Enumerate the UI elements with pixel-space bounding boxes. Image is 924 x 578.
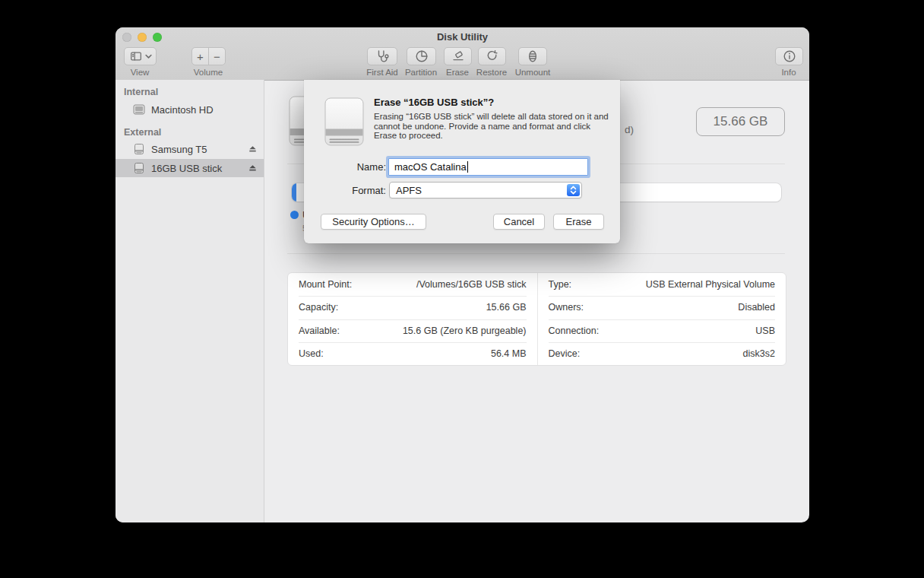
format-select-value: APFS — [396, 185, 422, 196]
sidebar-item-samsung-t5[interactable]: Samsung T5 — [115, 140, 264, 158]
sidebar-item-macintosh-hd[interactable]: Macintosh HD — [115, 100, 264, 119]
eject-icon[interactable] — [248, 164, 257, 172]
info-table-left-column: Mount Point: /Volumes/16GB USB stick Cap… — [288, 273, 537, 365]
dialog-message: Erasing “16GB USB stick” will delete all… — [374, 112, 615, 141]
row-value: /Volumes/16GB USB stick — [416, 279, 527, 290]
internal-drive-icon — [133, 104, 145, 115]
unmount-icon — [525, 49, 540, 64]
select-stepper-icon[interactable] — [567, 184, 580, 196]
external-drive-icon — [133, 144, 145, 154]
view-label: View — [117, 68, 163, 77]
name-input[interactable]: macOS Catalina — [388, 158, 588, 176]
erase-confirm-button[interactable]: Erase — [553, 214, 604, 230]
table-row: Available: 15.6 GB (Zero KB purgeable) — [288, 319, 537, 342]
remove-volume-button[interactable]: − — [208, 48, 225, 65]
add-volume-button[interactable]: + — [192, 48, 208, 65]
window-title: Disk Utility — [115, 31, 809, 43]
text-caret — [467, 161, 468, 173]
partition-button[interactable] — [407, 47, 436, 65]
volume-size-badge: 15.66 GB — [696, 107, 785, 136]
volume-info-table: Mount Point: /Volumes/16GB USB stick Cap… — [287, 272, 786, 366]
sidebar-section-internal: Internal — [124, 87, 158, 97]
row-label: Owners: — [549, 302, 584, 313]
format-label: Format: — [310, 185, 386, 196]
sidebar-section-external: External — [124, 127, 161, 138]
unmount-button[interactable] — [518, 47, 547, 65]
format-select[interactable]: APFS — [389, 182, 582, 198]
dialog-title: Erase “16GB USB stick”? — [374, 97, 494, 108]
table-row: Connection: USB — [538, 319, 786, 342]
table-row: Owners: Disabled — [538, 296, 786, 319]
row-value: 15.66 GB — [486, 302, 527, 313]
first-aid-button[interactable] — [367, 47, 397, 65]
volume-subtitle-fragment: d) — [625, 124, 634, 135]
row-value: USB External Physical Volume — [646, 279, 775, 290]
row-label: Connection: — [549, 326, 600, 336]
info-label: Info — [766, 68, 809, 77]
sidebar-icon — [129, 49, 143, 63]
row-value: USB — [755, 326, 775, 336]
volume-label: Volume — [185, 68, 231, 77]
row-label: Mount Point: — [299, 279, 352, 290]
cancel-button[interactable]: Cancel — [493, 214, 545, 230]
row-value: 15.6 GB (Zero KB purgeable) — [403, 326, 527, 336]
legend-used-dot — [290, 211, 299, 219]
name-input-value: macOS Catalina — [394, 161, 467, 173]
row-value: disk3s2 — [743, 348, 775, 359]
table-row: Device: disk3s2 — [538, 342, 786, 365]
restore-button[interactable] — [478, 47, 506, 65]
table-row: Capacity: 15.66 GB — [288, 296, 537, 319]
info-circle-icon — [782, 49, 797, 64]
row-label: Capacity: — [299, 302, 338, 313]
info-button[interactable] — [775, 47, 803, 65]
restore-label: Restore — [469, 68, 514, 77]
eraser-icon — [451, 49, 466, 64]
sidebar-item-label: 16GB USB stick — [151, 163, 222, 174]
security-options-button[interactable]: Security Options… — [321, 214, 426, 230]
row-label: Available: — [299, 326, 340, 336]
row-value: Disabled — [738, 302, 775, 313]
pie-chart-icon — [414, 49, 429, 64]
separator — [287, 253, 785, 254]
sidebar: Internal Macintosh HD External Samsung T… — [115, 80, 264, 522]
stethoscope-icon — [375, 49, 390, 64]
table-row: Mount Point: /Volumes/16GB USB stick — [288, 273, 537, 296]
unmount-label: Unmount — [510, 68, 555, 77]
view-button[interactable] — [124, 47, 157, 65]
external-drive-large-icon — [324, 97, 364, 146]
erase-button[interactable] — [444, 47, 472, 65]
used-space-segment — [292, 183, 296, 202]
name-label: Name: — [310, 161, 386, 173]
table-row: Type: USB External Physical Volume — [538, 273, 786, 296]
sidebar-item-16gb-usb-stick[interactable]: 16GB USB stick — [115, 159, 264, 177]
row-value: 56.4 MB — [491, 348, 527, 359]
eject-icon[interactable] — [248, 144, 257, 153]
row-label: Type: — [549, 279, 572, 290]
external-drive-icon — [133, 163, 145, 173]
volume-segmented-control: + − — [191, 47, 226, 65]
erase-dialog: Erase “16GB USB stick”? Erasing “16GB US… — [304, 80, 620, 243]
restore-arrow-icon — [485, 49, 500, 64]
chevron-down-icon — [145, 54, 152, 59]
desktop: Disk Utility View + − Volume — [0, 0, 924, 578]
info-table-right-column: Type: USB External Physical Volume Owner… — [537, 273, 786, 365]
table-row: Used: 56.4 MB — [288, 342, 537, 365]
sidebar-item-label: Macintosh HD — [151, 104, 214, 116]
row-label: Device: — [549, 348, 581, 359]
row-label: Used: — [299, 348, 324, 359]
titlebar-toolbar: Disk Utility View + − Volume — [115, 27, 809, 81]
sidebar-item-label: Samsung T5 — [151, 144, 207, 155]
disk-utility-window: Disk Utility View + − Volume — [115, 27, 809, 522]
